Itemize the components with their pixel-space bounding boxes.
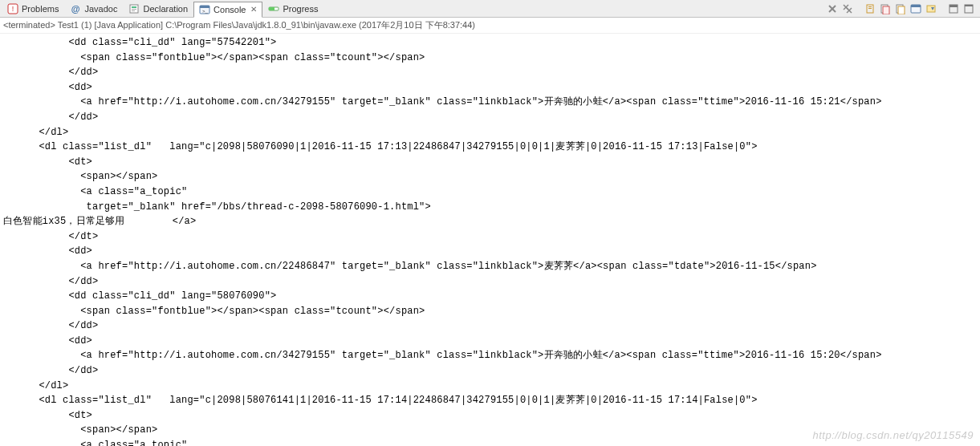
svg-rect-11 <box>269 7 274 10</box>
remove-launch-icon[interactable] <box>826 2 839 15</box>
launch-status: <terminated> Test1 (1) [Java Application… <box>0 18 980 34</box>
svg-rect-24 <box>898 6 905 14</box>
minimize-icon[interactable] <box>947 2 960 15</box>
javadoc-icon: @ <box>70 3 81 14</box>
console-icon: >_ <box>199 4 210 15</box>
svg-rect-30 <box>950 5 958 7</box>
svg-rect-26 <box>911 5 921 7</box>
svg-rect-8 <box>200 6 209 8</box>
maximize-icon[interactable] <box>962 2 975 15</box>
svg-rect-4 <box>132 6 136 8</box>
tab-label: Console <box>213 5 246 14</box>
tab-label: Progress <box>283 4 318 14</box>
close-icon[interactable]: ✕ <box>250 5 257 14</box>
console-output[interactable]: <dd class="cli_dd" lang="57542201"> <spa… <box>0 34 980 446</box>
svg-text:@: @ <box>71 4 80 14</box>
tab-label: Declaration <box>143 4 188 14</box>
scroll-lock-icon[interactable] <box>864 2 876 15</box>
problems-icon: ! <box>7 3 18 14</box>
tab-label: Problems <box>22 4 59 14</box>
tab-label: Javadoc <box>84 4 117 14</box>
console-toolbar <box>826 2 978 15</box>
svg-text:!: ! <box>12 5 14 13</box>
svg-rect-27 <box>927 6 935 12</box>
remove-all-icon[interactable] <box>841 2 854 15</box>
svg-rect-5 <box>132 9 136 10</box>
svg-rect-6 <box>132 10 135 11</box>
svg-rect-22 <box>883 6 889 14</box>
pin-console-icon[interactable] <box>894 2 907 15</box>
tab-javadoc[interactable]: @ Javadoc <box>64 1 123 17</box>
svg-rect-20 <box>868 8 872 9</box>
tab-progress[interactable]: Progress <box>262 1 323 17</box>
declaration-icon <box>128 3 140 14</box>
open-console-icon[interactable] <box>925 2 937 15</box>
tab-declaration[interactable]: Declaration <box>123 1 193 17</box>
svg-text:>_: >_ <box>202 9 209 14</box>
tab-problems[interactable]: ! Problems <box>2 1 64 17</box>
svg-rect-32 <box>965 5 973 6</box>
svg-rect-19 <box>868 6 872 7</box>
progress-icon <box>268 3 279 14</box>
view-tab-bar: ! Problems @ Javadoc Declaration >_ Cons… <box>0 0 980 18</box>
tab-console[interactable]: >_ Console ✕ <box>193 2 262 18</box>
clear-console-icon[interactable] <box>879 2 892 15</box>
display-console-icon[interactable] <box>909 2 922 15</box>
